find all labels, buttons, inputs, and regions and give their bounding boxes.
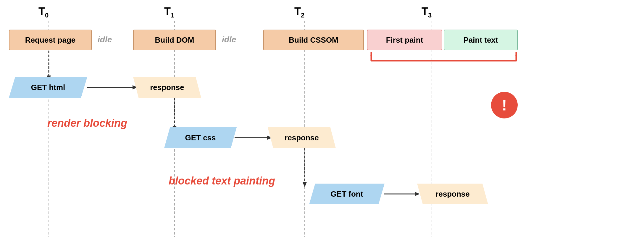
get-font-box: GET font bbox=[309, 184, 385, 204]
render-blocking-label: render blocking bbox=[47, 117, 127, 129]
t2-label: T2 bbox=[294, 5, 304, 19]
svg-marker-15 bbox=[415, 192, 420, 196]
t1-label: T1 bbox=[164, 5, 174, 19]
response2-box: response bbox=[268, 127, 336, 148]
t0-label: T0 bbox=[38, 5, 49, 19]
first-paint-box: First paint bbox=[367, 30, 442, 50]
paint-text-box: Paint text bbox=[444, 30, 518, 50]
response3-box: response bbox=[417, 184, 488, 204]
error-circle: ! bbox=[491, 92, 518, 118]
build-cssom-box: Build CSSOM bbox=[263, 30, 364, 50]
t3-label: T3 bbox=[422, 5, 432, 19]
idle2-label: idle bbox=[222, 35, 236, 44]
blocked-text-painting-label: blocked text painting bbox=[169, 175, 275, 187]
request-page-box: Request page bbox=[9, 30, 92, 50]
get-css-box: GET css bbox=[164, 127, 237, 148]
diagram: T0 T1 T2 T3 Request page idle Build DOM … bbox=[0, 0, 644, 244]
response1-box: response bbox=[133, 77, 201, 98]
build-dom-box: Build DOM bbox=[133, 30, 216, 50]
idle1-label: idle bbox=[98, 35, 112, 44]
svg-marker-13 bbox=[303, 182, 307, 187]
get-html-box: GET html bbox=[9, 77, 87, 98]
